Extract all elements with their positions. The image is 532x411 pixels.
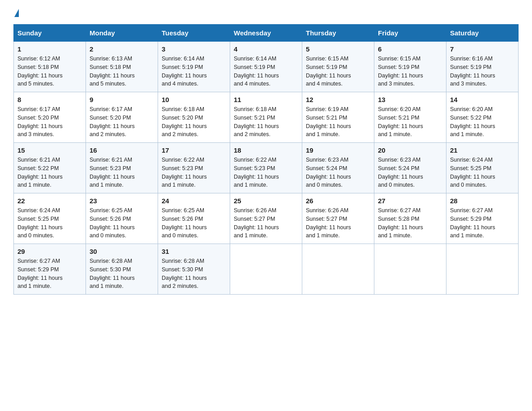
day-info: Sunrise: 6:26 AM Sunset: 5:27 PM Dayligh… [234,206,298,240]
day-cell: 22 Sunrise: 6:24 AM Sunset: 5:25 PM Dayl… [14,193,86,244]
logo [13,9,20,17]
column-header-tuesday: Tuesday [158,25,230,42]
day-cell: 10 Sunrise: 6:18 AM Sunset: 5:20 PM Dayl… [158,92,230,143]
day-cell: 6 Sunrise: 6:15 AM Sunset: 5:19 PM Dayli… [374,42,446,92]
day-info: Sunrise: 6:23 AM Sunset: 5:24 PM Dayligh… [378,156,442,189]
day-number: 12 [306,96,370,103]
day-number: 26 [306,197,370,205]
day-info: Sunrise: 6:18 AM Sunset: 5:20 PM Dayligh… [162,105,226,139]
day-cell: 3 Sunrise: 6:14 AM Sunset: 5:19 PM Dayli… [158,42,230,92]
day-info: Sunrise: 6:26 AM Sunset: 5:27 PM Dayligh… [306,206,370,240]
column-header-friday: Friday [374,25,446,42]
header [13,9,519,17]
day-info: Sunrise: 6:25 AM Sunset: 5:26 PM Dayligh… [162,206,226,240]
day-info: Sunrise: 6:24 AM Sunset: 5:25 PM Dayligh… [450,156,515,189]
week-row-4: 22 Sunrise: 6:24 AM Sunset: 5:25 PM Dayl… [14,193,519,244]
day-number: 18 [234,146,298,154]
day-cell [302,244,374,295]
day-info: Sunrise: 6:15 AM Sunset: 5:19 PM Dayligh… [378,55,442,88]
day-number: 22 [17,197,82,205]
day-number: 15 [17,146,82,154]
day-info: Sunrise: 6:25 AM Sunset: 5:26 PM Dayligh… [90,206,154,240]
day-info: Sunrise: 6:27 AM Sunset: 5:29 PM Dayligh… [17,257,82,291]
day-cell: 4 Sunrise: 6:14 AM Sunset: 5:19 PM Dayli… [230,42,302,92]
day-cell [230,244,302,295]
day-cell: 8 Sunrise: 6:17 AM Sunset: 5:20 PM Dayli… [14,92,86,143]
day-number: 30 [90,248,154,255]
day-cell: 15 Sunrise: 6:21 AM Sunset: 5:22 PM Dayl… [14,143,86,193]
column-header-saturday: Saturday [446,25,519,42]
week-row-1: 1 Sunrise: 6:12 AM Sunset: 5:18 PM Dayli… [14,42,519,92]
day-cell: 12 Sunrise: 6:19 AM Sunset: 5:21 PM Dayl… [302,92,374,143]
day-info: Sunrise: 6:21 AM Sunset: 5:22 PM Dayligh… [17,156,82,189]
day-number: 6 [378,45,442,53]
day-info: Sunrise: 6:19 AM Sunset: 5:21 PM Dayligh… [306,105,370,139]
day-number: 14 [450,96,515,103]
day-info: Sunrise: 6:17 AM Sunset: 5:20 PM Dayligh… [90,105,154,139]
week-row-2: 8 Sunrise: 6:17 AM Sunset: 5:20 PM Dayli… [14,92,519,143]
day-number: 7 [450,45,515,53]
day-info: Sunrise: 6:21 AM Sunset: 5:23 PM Dayligh… [90,156,154,189]
day-number: 20 [378,146,442,154]
day-number: 9 [90,96,154,103]
day-cell: 1 Sunrise: 6:12 AM Sunset: 5:18 PM Dayli… [14,42,86,92]
day-number: 16 [90,146,154,154]
day-info: Sunrise: 6:20 AM Sunset: 5:21 PM Dayligh… [378,105,442,139]
day-cell: 21 Sunrise: 6:24 AM Sunset: 5:25 PM Dayl… [446,143,519,193]
day-cell: 17 Sunrise: 6:22 AM Sunset: 5:23 PM Dayl… [158,143,230,193]
day-number: 25 [234,197,298,205]
day-cell: 29 Sunrise: 6:27 AM Sunset: 5:29 PM Dayl… [14,244,86,295]
day-number: 8 [17,96,82,103]
day-cell [374,244,446,295]
day-info: Sunrise: 6:27 AM Sunset: 5:29 PM Dayligh… [450,206,515,240]
day-number: 4 [234,45,298,53]
day-number: 28 [450,197,515,205]
day-cell: 18 Sunrise: 6:22 AM Sunset: 5:23 PM Dayl… [230,143,302,193]
calendar-table: SundayMondayTuesdayWednesdayThursdayFrid… [13,24,519,295]
day-cell: 11 Sunrise: 6:18 AM Sunset: 5:21 PM Dayl… [230,92,302,143]
day-cell: 14 Sunrise: 6:20 AM Sunset: 5:22 PM Dayl… [446,92,519,143]
day-cell: 23 Sunrise: 6:25 AM Sunset: 5:26 PM Dayl… [86,193,158,244]
day-cell: 24 Sunrise: 6:25 AM Sunset: 5:26 PM Dayl… [158,193,230,244]
day-info: Sunrise: 6:17 AM Sunset: 5:20 PM Dayligh… [17,105,82,139]
day-cell: 5 Sunrise: 6:15 AM Sunset: 5:19 PM Dayli… [302,42,374,92]
day-cell: 7 Sunrise: 6:16 AM Sunset: 5:19 PM Dayli… [446,42,519,92]
column-header-sunday: Sunday [14,25,86,42]
day-cell: 31 Sunrise: 6:28 AM Sunset: 5:30 PM Dayl… [158,244,230,295]
day-info: Sunrise: 6:23 AM Sunset: 5:24 PM Dayligh… [306,156,370,189]
day-number: 2 [90,45,154,53]
day-info: Sunrise: 6:13 AM Sunset: 5:18 PM Dayligh… [90,55,154,88]
day-number: 5 [306,45,370,53]
day-number: 23 [90,197,154,205]
day-cell: 13 Sunrise: 6:20 AM Sunset: 5:21 PM Dayl… [374,92,446,143]
week-row-5: 29 Sunrise: 6:27 AM Sunset: 5:29 PM Dayl… [14,244,519,295]
week-row-3: 15 Sunrise: 6:21 AM Sunset: 5:22 PM Dayl… [14,143,519,193]
day-info: Sunrise: 6:22 AM Sunset: 5:23 PM Dayligh… [162,156,226,189]
day-number: 29 [17,248,82,255]
day-cell: 30 Sunrise: 6:28 AM Sunset: 5:30 PM Dayl… [86,244,158,295]
day-number: 27 [378,197,442,205]
day-cell: 19 Sunrise: 6:23 AM Sunset: 5:24 PM Dayl… [302,143,374,193]
day-info: Sunrise: 6:14 AM Sunset: 5:19 PM Dayligh… [162,55,226,88]
day-number: 10 [162,96,226,103]
column-header-monday: Monday [86,25,158,42]
day-cell: 27 Sunrise: 6:27 AM Sunset: 5:28 PM Dayl… [374,193,446,244]
day-number: 31 [162,248,226,255]
day-cell [446,244,519,295]
day-info: Sunrise: 6:27 AM Sunset: 5:28 PM Dayligh… [378,206,442,240]
day-number: 13 [378,96,442,103]
logo-triangle-icon [14,9,19,17]
day-cell: 28 Sunrise: 6:27 AM Sunset: 5:29 PM Dayl… [446,193,519,244]
day-info: Sunrise: 6:24 AM Sunset: 5:25 PM Dayligh… [17,206,82,240]
day-number: 11 [234,96,298,103]
day-info: Sunrise: 6:16 AM Sunset: 5:19 PM Dayligh… [450,55,515,88]
day-number: 21 [450,146,515,154]
day-cell: 26 Sunrise: 6:26 AM Sunset: 5:27 PM Dayl… [302,193,374,244]
day-info: Sunrise: 6:15 AM Sunset: 5:19 PM Dayligh… [306,55,370,88]
day-number: 24 [162,197,226,205]
column-header-wednesday: Wednesday [230,25,302,42]
day-info: Sunrise: 6:20 AM Sunset: 5:22 PM Dayligh… [450,105,515,139]
column-header-thursday: Thursday [302,25,374,42]
day-number: 17 [162,146,226,154]
day-cell: 9 Sunrise: 6:17 AM Sunset: 5:20 PM Dayli… [86,92,158,143]
